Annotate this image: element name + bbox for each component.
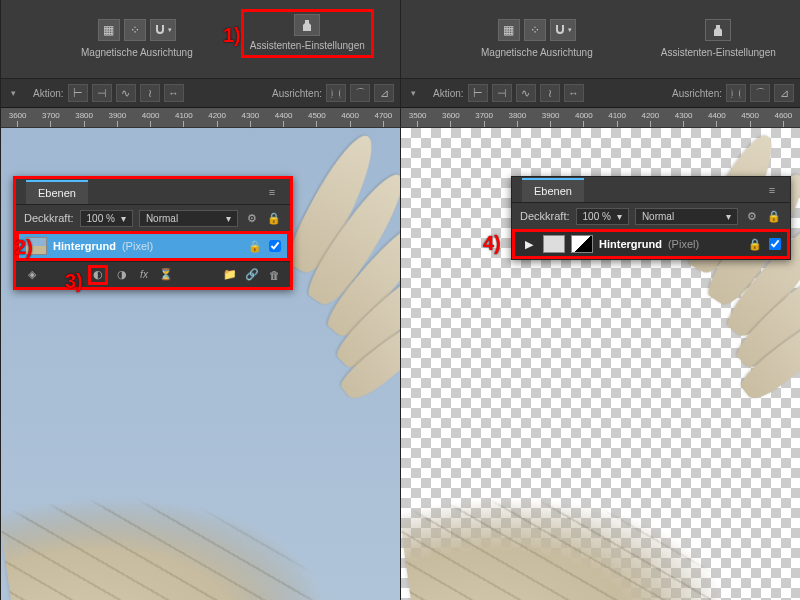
dots-icon[interactable]: ⁘ (124, 19, 146, 41)
layer-type: (Pixel) (668, 238, 699, 250)
action-btn-5[interactable]: ↔ (164, 84, 184, 102)
panel-menu-icon[interactable]: ≡ (764, 182, 780, 198)
layer-lock-icon[interactable]: 🔒 (747, 236, 763, 252)
assistant-icon (705, 19, 731, 41)
magnetic-alignment-group: ▦ ⁘ ▾ Magnetische Ausrichtung (481, 19, 593, 58)
grid-icon[interactable]: ▦ (498, 19, 520, 41)
assistant-label: Assistenten-Einstellungen (661, 47, 776, 58)
adjustment-icon[interactable]: ◑ (114, 267, 130, 283)
action-btn-3[interactable]: ∿ (516, 84, 536, 102)
magnetic-alignment-group: ▦ ⁘ ▾ Magnetische Ausrichtung (81, 19, 193, 58)
blend-mode-dropdown[interactable]: Normal▾ (635, 208, 738, 225)
chevron-down-icon[interactable]: ▾ (407, 87, 419, 99)
canvas-area[interactable]: Ebenen ≡ Deckkraft: 100 %▾ Normal▾ ⚙ 🔒 H… (1, 128, 400, 600)
action-btn-1[interactable]: ⊢ (468, 84, 488, 102)
opacity-dropdown[interactable]: 100 %▾ (80, 210, 133, 227)
layers-panel: Ebenen ≡ Deckkraft: 100 %▾ Normal▾ ⚙ 🔒 ▶… (511, 176, 791, 260)
fx-icon[interactable]: fx (136, 267, 152, 283)
top-toolbar: ▦ ⁘ ▾ Magnetische Ausrichtung Assistente… (1, 0, 400, 78)
magnetic-label: Magnetische Ausrichtung (81, 47, 193, 58)
opacity-label: Deckkraft: (520, 210, 570, 222)
mask-icon: ◐ (91, 267, 105, 283)
align-label: Ausrichten: (272, 88, 322, 99)
callout-2: 2) (15, 236, 33, 259)
dots-icon[interactable]: ⁘ (524, 19, 546, 41)
canvas-area[interactable]: Ebenen ≡ Deckkraft: 100 %▾ Normal▾ ⚙ 🔒 ▶… (401, 128, 800, 600)
layer-visible-checkbox[interactable] (269, 240, 281, 252)
layers-icon[interactable]: ◈ (24, 267, 40, 283)
assistant-settings-button[interactable]: Assistenten-Einstellungen (661, 19, 776, 58)
top-toolbar: ▦ ⁘ ▾ Magnetische Ausrichtung Assistente… (401, 0, 800, 78)
assistant-icon (294, 14, 320, 36)
callout-1: 1) (223, 24, 241, 47)
action-btn-3[interactable]: ∿ (116, 84, 136, 102)
grid-icon[interactable]: ▦ (98, 19, 120, 41)
action-btn-4[interactable]: ≀ (540, 84, 560, 102)
layer-row-background[interactable]: ▶ Hintergrund (Pixel) 🔒 (512, 229, 790, 259)
gear-icon[interactable]: ⚙ (744, 208, 760, 224)
callout-3: 3) (65, 270, 83, 293)
expand-triangle-icon[interactable]: ▶ (521, 236, 537, 252)
action-btn-2[interactable]: ⊣ (492, 84, 512, 102)
callout-4: 4) (483, 232, 501, 255)
chevron-down-icon[interactable]: ▾ (7, 87, 19, 99)
layer-visible-checkbox[interactable] (769, 238, 781, 250)
mask-button[interactable]: ◐ (88, 265, 108, 285)
mask-thumbnail (571, 235, 593, 253)
magnetic-label: Magnetische Ausrichtung (481, 47, 593, 58)
action-btn-2[interactable]: ⊣ (92, 84, 112, 102)
assistant-label: Assistenten-Einstellungen (250, 40, 365, 51)
panel-menu-icon[interactable]: ≡ (264, 184, 280, 200)
blend-mode-dropdown[interactable]: Normal▾ (139, 210, 238, 227)
action-btn-4[interactable]: ≀ (140, 84, 160, 102)
layer-lock-icon[interactable]: 🔒 (247, 238, 263, 254)
gear-icon[interactable]: ⚙ (244, 210, 260, 226)
layer-thumbnail (543, 235, 565, 253)
layers-tab[interactable]: Ebenen (26, 180, 88, 204)
action-btn-1[interactable]: ⊢ (68, 84, 88, 102)
trash-icon[interactable]: 🗑 (266, 267, 282, 283)
layer-row-background[interactable]: Hintergrund (Pixel) 🔒 (16, 231, 290, 261)
opacity-dropdown[interactable]: 100 %▾ (576, 208, 629, 225)
lock-icon[interactable]: 🔒 (266, 210, 282, 226)
folder-icon[interactable]: 📁 (222, 267, 238, 283)
action-label: Aktion: (33, 88, 64, 99)
link-icon[interactable]: 🔗 (244, 267, 260, 283)
assistant-settings-button[interactable]: Assistenten-Einstellungen (241, 9, 374, 58)
align-label: Ausrichten: (672, 88, 722, 99)
magnet-icon[interactable]: ▾ (550, 19, 576, 41)
layer-type: (Pixel) (122, 240, 153, 252)
opacity-label: Deckkraft: (24, 212, 74, 224)
action-label: Aktion: (433, 88, 464, 99)
magnet-icon[interactable]: ▾ (150, 19, 176, 41)
funnel-icon[interactable]: ⏳ (158, 267, 174, 283)
action-btn-5[interactable]: ↔ (564, 84, 584, 102)
layer-name: Hintergrund (599, 238, 662, 250)
layers-bottom-toolbar: ◈ ◐ ◑ fx ⏳ 📁 🔗 🗑 (16, 261, 290, 287)
layers-tab[interactable]: Ebenen (522, 178, 584, 202)
layer-name: Hintergrund (53, 240, 116, 252)
layers-panel: Ebenen ≡ Deckkraft: 100 %▾ Normal▾ ⚙ 🔒 H… (13, 176, 293, 290)
lock-icon[interactable]: 🔒 (766, 208, 782, 224)
